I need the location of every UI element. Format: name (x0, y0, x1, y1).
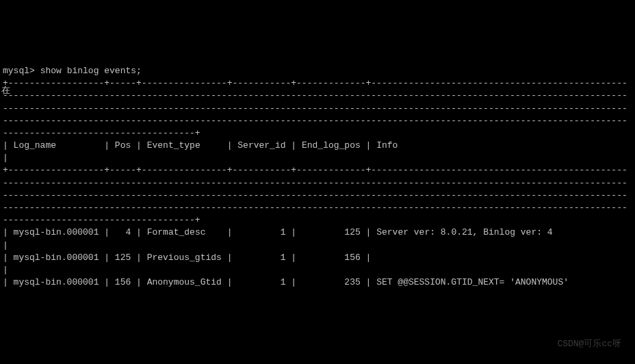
cell-pos: 156 (115, 277, 131, 287)
terminal-output: mysql> show binlog events; +------------… (3, 53, 632, 289)
col-info: Info (376, 140, 398, 151)
command-text: show binlog events; (40, 66, 142, 76)
cell-log-name: mysql-bin.000001 (14, 252, 99, 263)
watermark: CSDN@可乐cc呀 (557, 338, 621, 350)
cell-end-log-pos: 235 (344, 277, 360, 287)
cell-log-name: mysql-bin.000001 (14, 277, 99, 287)
cell-pos: 4 (125, 227, 131, 237)
table-row: | mysql-bin.000001 | 125 | Previous_gtid… (3, 252, 635, 275)
cell-event-type: Previous_gtids (147, 252, 222, 263)
table-border-top: +------------------+-----+--------------… (3, 78, 627, 138)
col-pos: Pos (115, 140, 131, 151)
cell-info: Server ver: 8.0.21, Binlog ver: 4 (376, 227, 552, 237)
left-marker: 在 (1, 85, 10, 97)
table-border-mid: +------------------+-----+--------------… (3, 165, 627, 225)
col-log-name: Log_name (14, 140, 56, 151)
cell-log-name: mysql-bin.000001 (14, 227, 99, 237)
table-row: | mysql-bin.000001 | 156 | Anonymous_Gti… (3, 277, 569, 287)
cell-end-log-pos: 156 (344, 252, 360, 263)
cell-server-id: 1 (281, 227, 286, 237)
cell-server-id: 1 (281, 277, 286, 287)
cell-pos: 125 (115, 252, 131, 263)
cell-event-type: Anonymous_Gtid (147, 277, 222, 287)
col-end-log-pos: End_log_pos (302, 140, 361, 151)
cell-info: SET @@SESSION.GTID_NEXT= 'ANONYMOUS' (376, 277, 569, 287)
col-server-id: Server_id (237, 140, 285, 151)
cell-server-id: 1 (281, 252, 286, 263)
cell-event-type: Format_desc (147, 227, 206, 237)
col-event-type: Event_type (147, 140, 200, 151)
table-header-row: | Log_name | Pos | Event_type | Server_i… (3, 140, 635, 163)
table-row: | mysql-bin.000001 | 4 | Format_desc | 1… (3, 227, 635, 250)
cell-end-log-pos: 125 (344, 227, 360, 237)
mysql-prompt: mysql> show binlog events; (3, 66, 142, 76)
prompt-text: mysql> (3, 66, 35, 76)
